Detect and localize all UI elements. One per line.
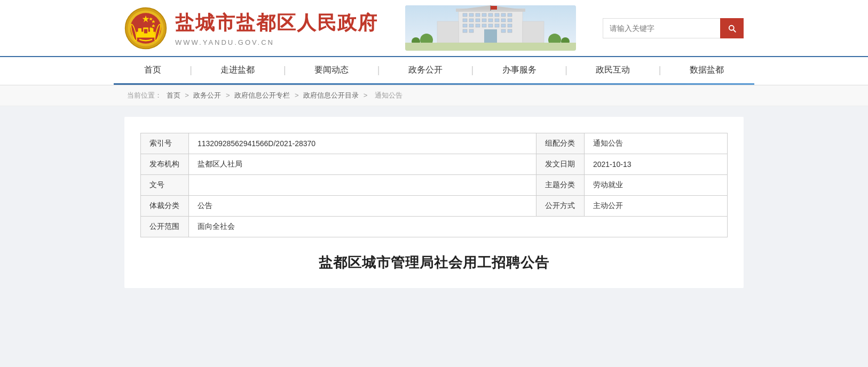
svg-rect-40: [508, 24, 512, 27]
breadcrumb-sep-2: >: [226, 91, 232, 99]
svg-rect-17: [463, 13, 467, 17]
value-theme: 劳动就业: [584, 175, 727, 196]
search-button[interactable]: [720, 18, 744, 38]
value-publisher: 盐都区人社局: [189, 154, 536, 175]
svg-rect-25: [463, 19, 467, 22]
table-row: 体裁分类 公告 公开方式 主动公开: [141, 196, 728, 217]
label-openscope: 公开范围: [141, 217, 189, 237]
svg-rect-23: [501, 13, 506, 17]
svg-rect-24: [508, 13, 512, 17]
breadcrumb: 当前位置： 首页 > 政务公开 > 政府信息公开专栏 > 政府信息公开目录 > …: [114, 91, 754, 100]
svg-rect-30: [495, 19, 499, 22]
breadcrumb-bar: 当前位置： 首页 > 政务公开 > 政府信息公开专栏 > 政府信息公开目录 > …: [0, 85, 868, 106]
nav-divider-6: |: [659, 65, 661, 76]
search-icon: [727, 23, 737, 33]
svg-rect-34: [469, 24, 474, 27]
nav-item-affairs[interactable]: 政务公开: [398, 57, 453, 83]
svg-rect-32: [508, 19, 512, 22]
svg-rect-56: [405, 43, 576, 51]
svg-rect-4: [138, 28, 141, 34]
content-box: 索引号 11320928562941566D/2021-28370 组配分类 通…: [124, 117, 744, 288]
svg-rect-18: [469, 13, 474, 17]
label-index: 索引号: [141, 133, 189, 154]
value-openmode: 主动公开: [584, 196, 727, 217]
breadcrumb-gov-info-special[interactable]: 政府信息公开专栏: [234, 91, 290, 99]
nav-divider-1: |: [190, 65, 192, 76]
svg-rect-31: [501, 19, 506, 22]
nav-divider-4: |: [471, 65, 474, 76]
value-index: 11320928562941566D/2021-28370: [189, 133, 536, 154]
svg-rect-43: [501, 29, 506, 33]
value-docnum: [189, 175, 536, 196]
site-title: 盐城市盐都区人民政府: [175, 10, 378, 36]
svg-rect-35: [476, 24, 480, 27]
svg-rect-29: [488, 19, 493, 22]
label-openmode: 公开方式: [536, 196, 584, 217]
svg-rect-27: [476, 19, 480, 22]
nav-item-service[interactable]: 办事服务: [492, 57, 547, 83]
value-category: 通知公告: [584, 133, 727, 154]
breadcrumb-sep-4: >: [364, 91, 369, 99]
label-category: 组配分类: [536, 133, 584, 154]
breadcrumb-gov-info-dir[interactable]: 政府信息公开目录: [303, 91, 359, 99]
breadcrumb-prefix: 当前位置：: [127, 91, 162, 99]
nav-divider-2: |: [283, 65, 286, 76]
logo-area: 盐城市盐都区人民政府 WWW.YANDU.GOV.CN: [124, 7, 378, 50]
logo-text-area: 盐城市盐都区人民政府 WWW.YANDU.GOV.CN: [175, 10, 378, 46]
nav-item-about[interactable]: 走进盐都: [210, 57, 265, 83]
svg-rect-36: [482, 24, 486, 27]
svg-rect-41: [463, 29, 467, 33]
nav-item-interaction[interactable]: 政民互动: [585, 57, 641, 83]
svg-rect-22: [495, 13, 499, 17]
table-row: 索引号 11320928562941566D/2021-28370 组配分类 通…: [141, 133, 728, 154]
svg-rect-45: [484, 29, 497, 43]
nav-divider-3: |: [377, 65, 380, 76]
label-publisher: 发布机构: [141, 154, 189, 175]
table-row: 发布机构 盐都区人社局 发文日期 2021-10-13: [141, 154, 728, 175]
svg-rect-20: [482, 13, 486, 17]
nav-accent-line: [114, 83, 754, 85]
svg-rect-39: [501, 24, 506, 27]
svg-rect-50: [437, 21, 459, 43]
svg-rect-7: [144, 29, 147, 33]
site-header: 盐城市盐都区人民政府 WWW.YANDU.GOV.CN: [0, 0, 868, 56]
building-image: [405, 5, 576, 51]
main-content: 索引号 11320928562941566D/2021-28370 组配分类 通…: [114, 117, 754, 288]
svg-rect-28: [482, 19, 486, 22]
info-table: 索引号 11320928562941566D/2021-28370 组配分类 通…: [140, 133, 728, 237]
main-nav: 首页 | 走进盐都 | 要闻动态 | 政务公开 | 办事服务 | 政民互动 | …: [0, 56, 868, 85]
label-docnum: 文号: [141, 175, 189, 196]
label-date: 发文日期: [536, 154, 584, 175]
svg-rect-44: [508, 29, 512, 33]
site-url: WWW.YANDU.GOV.CN: [175, 38, 378, 46]
svg-rect-49: [491, 6, 497, 10]
breadcrumb-affairs[interactable]: 政务公开: [193, 91, 221, 99]
table-row: 文号 主题分类 劳动就业: [141, 175, 728, 196]
breadcrumb-current: 通知公告: [375, 91, 403, 99]
breadcrumb-sep-1: >: [185, 91, 191, 99]
svg-rect-21: [488, 13, 493, 17]
value-genre: 公告: [189, 196, 536, 217]
nav-item-data[interactable]: 数据盐都: [679, 57, 735, 83]
svg-rect-51: [523, 21, 544, 43]
search-input[interactable]: [603, 18, 720, 38]
svg-rect-42: [469, 29, 474, 33]
value-openscope: 面向全社会: [189, 217, 728, 237]
search-area: [603, 18, 744, 38]
nav-item-news[interactable]: 要闻动态: [304, 57, 359, 83]
label-theme: 主题分类: [536, 175, 584, 196]
svg-rect-19: [476, 13, 480, 17]
value-date: 2021-10-13: [584, 154, 727, 175]
svg-rect-26: [469, 19, 474, 22]
svg-rect-37: [488, 24, 493, 27]
label-genre: 体裁分类: [141, 196, 189, 217]
nav-item-home[interactable]: 首页: [133, 57, 172, 83]
svg-rect-33: [463, 24, 467, 27]
nav-divider-5: |: [565, 65, 567, 76]
article-title: 盐都区城市管理局社会用工招聘公告: [140, 253, 728, 272]
breadcrumb-sep-3: >: [295, 91, 301, 99]
svg-rect-38: [495, 24, 499, 27]
breadcrumb-home[interactable]: 首页: [167, 91, 180, 99]
government-emblem: [124, 7, 167, 50]
table-row: 公开范围 面向全社会: [141, 217, 728, 237]
